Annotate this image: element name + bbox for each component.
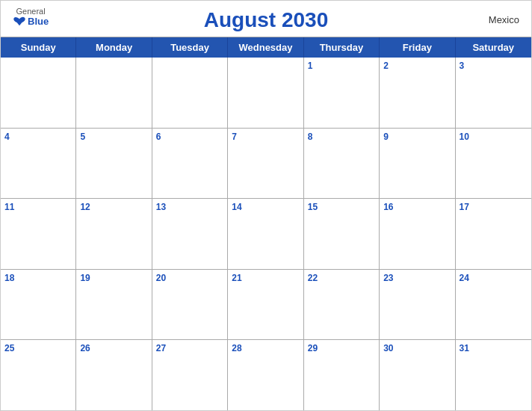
day-number: 30 <box>383 343 451 353</box>
day-number: 12 <box>80 202 147 212</box>
day-cell-2-1: 12 <box>76 199 152 269</box>
day-cell-4-0: 25 <box>1 340 76 410</box>
day-cell-2-2: 13 <box>152 199 228 269</box>
day-cell-1-0: 4 <box>1 129 76 199</box>
logo: General Blue <box>13 7 49 27</box>
day-cell-1-2: 6 <box>152 129 228 199</box>
day-cell-2-4: 15 <box>304 199 380 269</box>
day-number: 4 <box>4 132 72 142</box>
header-thursday: Thursday <box>304 37 380 58</box>
day-number: 15 <box>308 202 375 212</box>
calendar-grid: Sunday Monday Tuesday Wednesday Thursday… <box>1 37 531 410</box>
day-cell-4-5: 30 <box>380 340 455 410</box>
day-cell-3-1: 19 <box>76 270 152 340</box>
day-number: 29 <box>308 343 375 353</box>
day-cell-4-4: 29 <box>304 340 380 410</box>
header-monday: Monday <box>76 37 152 58</box>
day-cell-3-5: 23 <box>380 270 455 340</box>
day-number: 6 <box>156 132 223 142</box>
day-cell-3-3: 21 <box>228 270 303 340</box>
week-row-2: 11121314151617 <box>1 198 531 269</box>
week-row-1: 45678910 <box>1 128 531 199</box>
day-cell-3-6: 24 <box>456 270 531 340</box>
day-number: 31 <box>460 343 528 353</box>
day-cell-0-0 <box>1 58 76 128</box>
day-cell-1-3: 7 <box>228 129 303 199</box>
day-cell-3-4: 22 <box>304 270 380 340</box>
day-number: 23 <box>383 273 451 283</box>
day-number: 16 <box>383 202 451 212</box>
calendar-container: General Blue August 2030 Mexico Sunday M… <box>0 0 532 411</box>
day-cell-0-4: 1 <box>304 58 380 128</box>
day-cell-2-6: 17 <box>456 199 531 269</box>
day-cell-4-2: 27 <box>152 340 228 410</box>
day-number: 2 <box>383 61 451 71</box>
day-number: 7 <box>232 132 299 142</box>
day-number: 8 <box>308 132 375 142</box>
day-number: 17 <box>460 202 528 212</box>
day-number: 28 <box>232 343 299 353</box>
day-number: 25 <box>4 343 72 353</box>
logo-blue-text: Blue <box>13 16 49 27</box>
day-number: 21 <box>232 273 299 283</box>
day-cell-3-2: 20 <box>152 270 228 340</box>
day-number: 22 <box>308 273 375 283</box>
day-cell-2-5: 16 <box>380 199 455 269</box>
week-row-4: 25262728293031 <box>1 339 531 410</box>
day-cell-1-4: 8 <box>304 129 380 199</box>
week-row-0: 123 <box>1 58 531 128</box>
day-number: 19 <box>80 273 147 283</box>
day-number: 5 <box>80 132 147 142</box>
day-cell-4-6: 31 <box>456 340 531 410</box>
day-cell-0-3 <box>228 58 303 128</box>
day-number: 1 <box>308 61 375 71</box>
header-friday: Friday <box>380 37 455 58</box>
day-number: 18 <box>4 273 72 283</box>
day-cell-1-6: 10 <box>456 129 531 199</box>
country-label: Mexico <box>489 14 519 25</box>
day-number: 9 <box>383 132 451 142</box>
weeks-container: 1234567891011121314151617181920212223242… <box>1 58 531 410</box>
day-cell-3-0: 18 <box>1 270 76 340</box>
day-cell-2-3: 14 <box>228 199 303 269</box>
day-number: 3 <box>460 61 528 71</box>
day-cell-0-5: 2 <box>380 58 455 128</box>
month-title: August 2030 <box>204 8 329 32</box>
day-number: 24 <box>460 273 528 283</box>
day-number: 27 <box>156 343 223 353</box>
day-headers-row: Sunday Monday Tuesday Wednesday Thursday… <box>1 37 531 58</box>
day-number: 14 <box>232 202 299 212</box>
day-number: 11 <box>4 202 72 212</box>
day-cell-0-6: 3 <box>456 58 531 128</box>
header-sunday: Sunday <box>1 37 76 58</box>
day-cell-2-0: 11 <box>1 199 76 269</box>
logo-general-text: General <box>16 7 46 16</box>
day-cell-1-1: 5 <box>76 129 152 199</box>
day-cell-0-2 <box>152 58 228 128</box>
header-saturday: Saturday <box>456 37 531 58</box>
day-number: 13 <box>156 202 223 212</box>
day-cell-1-5: 9 <box>380 129 455 199</box>
logo-bird-icon <box>13 16 26 27</box>
day-number: 26 <box>80 343 147 353</box>
day-cell-4-1: 26 <box>76 340 152 410</box>
header-tuesday: Tuesday <box>152 37 228 58</box>
day-cell-4-3: 28 <box>228 340 303 410</box>
day-number: 10 <box>460 132 528 142</box>
week-row-3: 18192021222324 <box>1 269 531 340</box>
header-wednesday: Wednesday <box>228 37 303 58</box>
day-cell-0-1 <box>76 58 152 128</box>
calendar-header: General Blue August 2030 Mexico <box>1 1 531 37</box>
day-number: 20 <box>156 273 223 283</box>
